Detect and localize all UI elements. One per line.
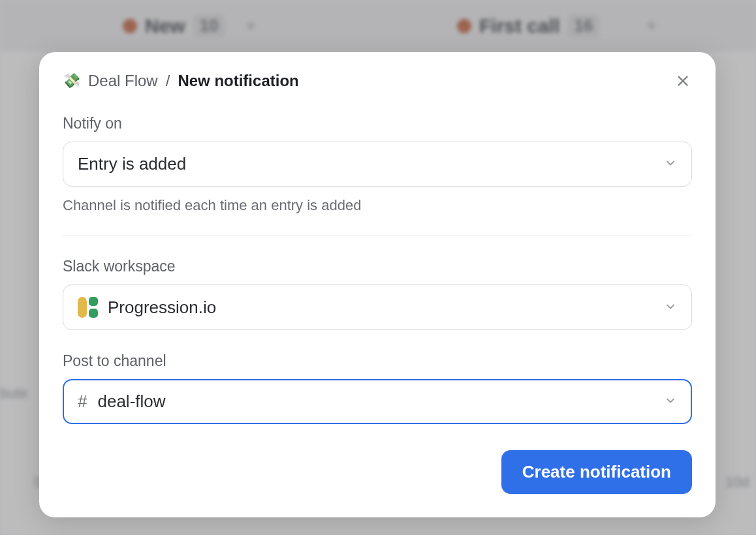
channel-value: deal-flow	[97, 391, 165, 412]
notify-on-select[interactable]: Entry is added	[63, 142, 692, 187]
chevron-down-icon	[664, 298, 677, 318]
chevron-down-icon	[664, 391, 677, 412]
workspace-logo-icon	[78, 297, 99, 318]
section-divider	[63, 235, 692, 236]
notify-on-helper: Channel is notified each time an entry i…	[63, 197, 692, 214]
workspace-select[interactable]: Progression.io	[63, 284, 692, 330]
modal-actions: Create notification	[63, 450, 692, 494]
workspace-value: Progression.io	[108, 298, 216, 318]
close-icon	[676, 74, 690, 88]
money-wings-icon: 💸	[63, 72, 80, 89]
workspace-section: Slack workspace Progression.io	[63, 258, 692, 330]
workspace-label: Slack workspace	[63, 258, 692, 275]
notify-on-value: Entry is added	[78, 154, 186, 174]
create-notification-button[interactable]: Create notification	[501, 450, 692, 494]
breadcrumb-separator: /	[166, 72, 170, 90]
channel-select[interactable]: # deal-flow	[63, 379, 692, 424]
channel-section: Post to channel # deal-flow	[63, 352, 692, 424]
chevron-down-icon	[664, 154, 677, 174]
close-button[interactable]	[674, 72, 692, 90]
breadcrumb-current: New notification	[178, 72, 298, 90]
notify-on-section: Notify on Entry is added Channel is noti…	[63, 115, 692, 214]
breadcrumb: 💸 Deal Flow / New notification	[63, 72, 299, 90]
channel-label: Post to channel	[63, 352, 692, 370]
hash-icon: #	[78, 391, 87, 412]
notify-on-label: Notify on	[63, 115, 692, 132]
breadcrumb-parent[interactable]: Deal Flow	[88, 72, 158, 90]
new-notification-modal: 💸 Deal Flow / New notification Notify on…	[39, 52, 716, 517]
